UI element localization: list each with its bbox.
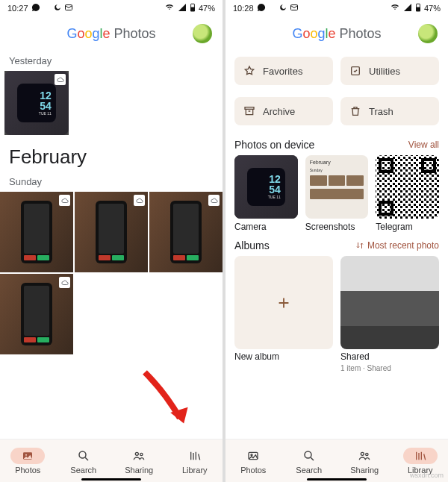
photos-icon [10, 448, 45, 464]
date-header-sunday: Sunday [0, 172, 223, 192]
home-indicator [307, 478, 367, 481]
backed-up-icon [59, 195, 70, 206]
sort-button[interactable]: Most recent photo [355, 240, 439, 251]
library-screen: 10:28 47% Google Photos Favorites [225, 0, 448, 482]
nav-library[interactable]: Library [167, 439, 223, 482]
dnd-icon [54, 3, 61, 13]
sort-icon [355, 241, 364, 250]
utilities-chip[interactable]: Utilities [340, 57, 439, 85]
archive-chip[interactable]: Archive [234, 97, 333, 125]
photo-thumbnail[interactable]: 12 54 TUE 11 [4, 71, 69, 135]
nav-search[interactable]: Search [281, 439, 337, 482]
svg-point-14 [251, 454, 252, 455]
nav-search[interactable]: Search [56, 439, 112, 482]
signal-icon [403, 3, 412, 13]
home-indicator [81, 478, 141, 481]
watermark: wsxdn.com [410, 472, 444, 479]
signal-icon [178, 3, 187, 13]
whatsapp-icon [31, 3, 40, 13]
date-header-yesterday: Yesterday [0, 51, 223, 71]
sharing-icon [122, 448, 156, 464]
account-avatar[interactable] [193, 24, 212, 43]
library-icon [403, 448, 438, 464]
view-all-link[interactable]: View all [408, 140, 439, 150]
google-photos-logo: Google Photos [66, 26, 155, 42]
status-bar: 10:27 47% [0, 0, 223, 16]
app-header: Google Photos [225, 16, 448, 51]
mail-icon [64, 3, 73, 13]
search-icon [66, 448, 101, 464]
download-icon [269, 3, 276, 13]
status-bar: 10:28 47% [225, 0, 448, 16]
status-time: 10:28 [233, 4, 254, 13]
svg-point-7 [140, 453, 143, 455]
nav-sharing[interactable]: Sharing [111, 439, 167, 482]
battery-icon [190, 3, 196, 13]
wifi-icon [164, 3, 175, 13]
trash-icon [349, 105, 361, 117]
trash-chip[interactable]: Trash [340, 97, 439, 125]
svg-point-6 [136, 452, 139, 455]
device-folder-camera[interactable]: 1254TUE 11 Camera [234, 155, 298, 232]
battery-icon [415, 3, 421, 13]
photos-screen: 10:27 47% [0, 0, 223, 482]
plus-icon [276, 295, 292, 311]
photo-thumbnail[interactable] [75, 192, 148, 272]
bottom-nav: Photos Search Sharing Library [0, 439, 223, 482]
favorites-chip[interactable]: Favorites [234, 57, 333, 85]
month-header: February [0, 135, 223, 172]
backed-up-icon [59, 277, 70, 288]
account-avatar[interactable] [418, 24, 438, 43]
svg-point-17 [366, 453, 368, 455]
status-time: 10:27 [7, 4, 28, 13]
nav-photos[interactable]: Photos [0, 439, 56, 482]
star-icon [243, 65, 255, 77]
svg-point-4 [25, 454, 27, 455]
utilities-icon [349, 65, 361, 77]
battery-pct: 47% [424, 4, 441, 13]
dnd-icon [279, 3, 287, 13]
svg-rect-12 [245, 107, 254, 110]
nav-sharing[interactable]: Sharing [337, 439, 393, 482]
new-album-button[interactable]: New album [234, 256, 333, 373]
photos-on-device-header: Photos on device [234, 139, 314, 151]
svg-point-5 [79, 451, 86, 458]
search-icon [292, 448, 326, 464]
backed-up-icon [208, 195, 220, 206]
wifi-icon [390, 3, 400, 13]
photo-thumbnail[interactable] [0, 274, 73, 354]
battery-pct: 47% [199, 4, 215, 13]
nav-photos[interactable]: Photos [225, 439, 281, 482]
photos-icon [236, 448, 270, 464]
album-shared[interactable]: Shared 1 item · Shared [340, 256, 439, 373]
sharing-icon [347, 448, 382, 464]
mail-icon [290, 3, 299, 13]
svg-rect-10 [417, 7, 420, 11]
library-content: Favorites Utilities Archive Trash Photos… [225, 51, 448, 439]
svg-point-15 [305, 451, 311, 458]
device-folder-telegram[interactable]: Telegram [376, 155, 439, 232]
backed-up-icon [55, 74, 66, 85]
photo-thumbnail[interactable] [0, 192, 73, 272]
google-photos-logo: Google Photos [292, 26, 381, 42]
photos-feed[interactable]: Yesterday 12 54 TUE 11 February Sunday [0, 51, 223, 439]
svg-point-16 [361, 452, 364, 455]
photo-thumbnail[interactable] [149, 192, 223, 272]
download-icon [43, 3, 51, 13]
svg-rect-2 [191, 7, 195, 11]
archive-icon [243, 105, 255, 117]
albums-header: Albums [234, 240, 270, 251]
library-icon [178, 448, 212, 464]
device-folder-screenshots[interactable]: February Sunday Screenshots [305, 155, 369, 232]
app-header: Google Photos [0, 16, 223, 51]
backed-up-icon [134, 195, 145, 206]
whatsapp-icon [257, 3, 266, 13]
